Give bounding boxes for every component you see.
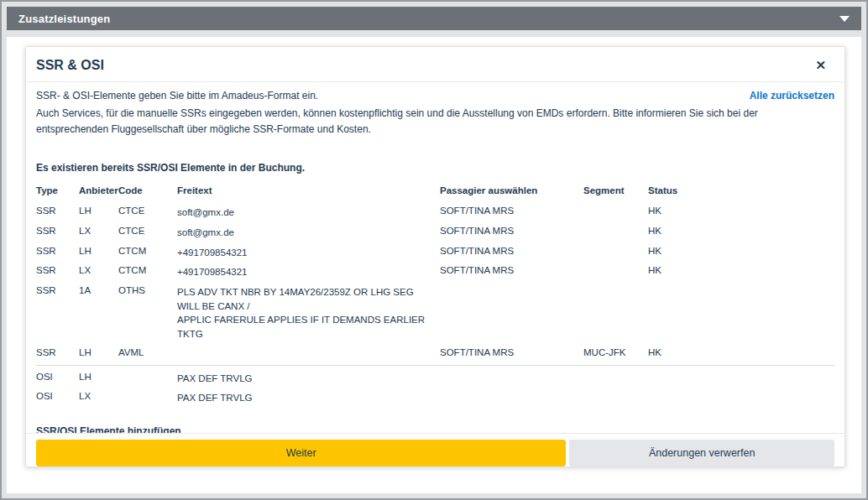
column-header: Anbieter <box>79 185 118 195</box>
intro-paragraph: Auch Services, für die manuelle SSRs ein… <box>36 106 796 137</box>
modal-header: SSR & OSI ✕ <box>26 47 844 82</box>
cell-type: SSR <box>36 206 79 220</box>
cell-passagier: SOFT/TINA MRS <box>440 265 583 279</box>
content-area: SSR & OSI ✕ SSR- & OSI-Elemente geben Si… <box>7 37 861 493</box>
table-row: SSR1AOTHSPLS ADV TKT NBR BY 14MAY26/2359… <box>36 282 834 344</box>
cell-segment <box>583 226 648 240</box>
table-row: SSRLHAVMLSOFT/TINA MRSMUC-JFKHK <box>36 344 834 366</box>
cell-status <box>648 285 834 341</box>
existing-elements-label: Es existieren bereits SSR/OSI Elemente i… <box>36 162 834 174</box>
weiter-button[interactable]: Weiter <box>36 440 566 466</box>
cell-freitext: soft@gmx.de <box>177 226 440 240</box>
cell-freitext: PAX DEF TRVLG <box>177 391 440 405</box>
cell-type: SSR <box>36 265 79 279</box>
cell-segment: MUC-JFK <box>583 347 648 357</box>
chevron-down-icon <box>839 16 850 22</box>
table-row: OSILXPAX DEF TRVLG <box>36 388 834 408</box>
cell-code: AVML <box>118 347 177 357</box>
modal-body: SSR- & OSI-Elemente geben Sie bitte im A… <box>26 82 844 433</box>
zusatzleistungen-header[interactable]: Zusatzleistungen <box>7 7 861 30</box>
cell-passagier <box>440 391 583 405</box>
ssr-osi-modal: SSR & OSI ✕ SSR- & OSI-Elemente geben Si… <box>25 46 845 467</box>
cell-status: HK <box>648 246 834 260</box>
intro-text: SSR- & OSI-Elemente geben Sie bitte im A… <box>36 90 318 102</box>
column-header: Freitext <box>177 185 440 195</box>
cell-code: CTCM <box>118 246 177 260</box>
cell-status: HK <box>648 347 834 357</box>
modal-title: SSR & OSI <box>36 58 104 73</box>
cell-code <box>118 391 177 405</box>
cell-type: SSR <box>36 347 79 357</box>
table-row: SSRLXCTCM+491709854321SOFT/TINA MRSHK <box>36 262 834 282</box>
column-header: Passagier auswählen <box>440 185 583 195</box>
cell-code: CTCE <box>118 206 177 220</box>
cell-code <box>118 372 177 386</box>
cell-segment <box>583 372 648 386</box>
cell-segment <box>583 206 648 220</box>
cell-freitext <box>177 347 440 357</box>
cell-segment <box>583 285 648 341</box>
table-row: SSRLHCTCEsoft@gmx.deSOFT/TINA MRSHK <box>36 202 834 222</box>
cell-passagier: SOFT/TINA MRS <box>440 206 583 220</box>
cell-code: CTCM <box>118 265 177 279</box>
table-row: SSRLXCTCEsoft@gmx.deSOFT/TINA MRSHK <box>36 222 834 242</box>
cell-freitext: PAX DEF TRVLG <box>177 372 440 386</box>
cell-freitext: soft@gmx.de <box>177 206 440 220</box>
cell-code: OTHS <box>118 285 177 341</box>
cell-anbieter: LX <box>79 391 118 405</box>
cell-passagier: SOFT/TINA MRS <box>440 246 583 260</box>
cell-type: SSR <box>36 246 79 260</box>
cell-anbieter: 1A <box>79 285 118 341</box>
cell-anbieter: LX <box>79 265 118 279</box>
panel-title: Zusatzleistungen <box>18 13 110 25</box>
cell-segment <box>583 246 648 260</box>
close-icon[interactable]: ✕ <box>812 58 829 73</box>
column-header: Type <box>36 185 79 195</box>
reset-all-link[interactable]: Alle zurücksetzen <box>750 90 834 102</box>
cell-anbieter: LH <box>79 347 118 357</box>
cell-passagier <box>440 372 583 386</box>
intro-row: SSR- & OSI-Elemente geben Sie bitte im A… <box>36 90 834 102</box>
cell-anbieter: LX <box>79 226 118 240</box>
cell-anbieter: LH <box>79 206 118 220</box>
cell-freitext: +491709854321 <box>177 246 440 260</box>
column-header: Code <box>118 185 177 195</box>
cell-status <box>648 391 834 405</box>
ssr-table-header: TypeAnbieterCodeFreitextPassagier auswäh… <box>36 183 834 202</box>
cell-anbieter: LH <box>79 246 118 260</box>
cell-type: SSR <box>36 285 79 341</box>
cell-passagier: SOFT/TINA MRS <box>440 347 583 357</box>
page: Zusatzleistungen SSR & OSI ✕ SSR- & OSI-… <box>0 0 868 500</box>
cell-type: SSR <box>36 226 79 240</box>
column-header: Segment <box>583 185 648 195</box>
cell-passagier: SOFT/TINA MRS <box>440 226 583 240</box>
discard-changes-button[interactable]: Änderungen verwerfen <box>569 440 834 466</box>
cell-status <box>648 372 834 386</box>
cell-status: HK <box>648 226 834 240</box>
cell-segment <box>583 265 648 279</box>
cell-freitext: PLS ADV TKT NBR BY 14MAY26/2359Z OR LHG … <box>177 285 440 341</box>
ssr-table-body: SSRLHCTCEsoft@gmx.deSOFT/TINA MRSHKSSRLX… <box>36 202 834 408</box>
table-row: SSRLHCTCM+491709854321SOFT/TINA MRSHK <box>36 242 834 263</box>
cell-segment <box>583 391 648 405</box>
cell-status: HK <box>648 265 834 279</box>
add-elements-label: SSR/OSI Elemente hinzufügen. <box>36 425 834 433</box>
cell-type: OSI <box>36 391 79 405</box>
cell-anbieter: LH <box>79 372 118 386</box>
column-header: Status <box>648 185 834 195</box>
cell-status: HK <box>648 206 834 220</box>
cell-freitext: +491709854321 <box>177 265 440 279</box>
cell-code: CTCE <box>118 226 177 240</box>
cell-passagier <box>440 285 583 341</box>
table-row: OSILHPAX DEF TRVLG <box>36 366 834 388</box>
cell-type: OSI <box>36 372 79 386</box>
modal-footer: Weiter Änderungen verwerfen <box>26 433 844 466</box>
